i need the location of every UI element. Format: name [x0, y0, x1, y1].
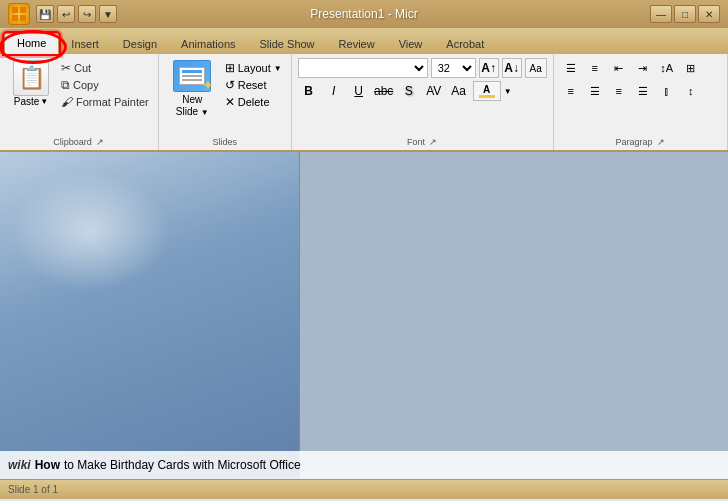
layout-icon: ⊞ — [225, 61, 235, 75]
svg-rect-3 — [20, 15, 26, 21]
reset-icon: ↺ — [225, 78, 235, 92]
app-logo — [8, 3, 30, 25]
tab-slideshow[interactable]: Slide Show — [248, 35, 327, 54]
redo-qs-button[interactable]: ↪ — [78, 5, 96, 23]
paste-dropdown-icon[interactable]: ▼ — [40, 97, 48, 106]
increase-indent-button[interactable]: ⇥ — [632, 58, 654, 78]
paste-icon: 📋 — [13, 60, 49, 96]
slides-group: ✦ NewSlide ▼ ⊞ Layout ▼ ↺ Reset ✕ Delete — [159, 54, 292, 150]
paragraph-row2: ≡ ☰ ≡ ☰ ⫿ ↕ — [560, 81, 702, 101]
layout-button[interactable]: ⊞ Layout ▼ — [222, 60, 285, 76]
slide-canvas-area — [300, 152, 728, 479]
decrease-indent-button[interactable]: ⇤ — [608, 58, 630, 78]
svg-rect-1 — [20, 7, 26, 13]
tab-insert[interactable]: Insert — [59, 35, 111, 54]
copy-button[interactable]: ⧉ Copy — [58, 77, 152, 93]
delete-icon: ✕ — [225, 95, 235, 109]
svg-rect-0 — [12, 7, 18, 13]
layout-dropdown-icon: ▼ — [274, 64, 282, 73]
tab-design[interactable]: Design — [111, 35, 169, 54]
save-qs-button[interactable]: 💾 — [36, 5, 54, 23]
font-color-dropdown[interactable]: ▼ — [504, 87, 512, 96]
align-right-button[interactable]: ≡ — [608, 81, 630, 101]
case-btn2[interactable]: Aa — [448, 81, 470, 101]
bold-button[interactable]: B — [298, 81, 320, 101]
justify-button[interactable]: ☰ — [632, 81, 654, 101]
svg-rect-2 — [12, 15, 18, 21]
status-text: Slide 1 of 1 — [8, 484, 58, 495]
close-button[interactable]: ✕ — [698, 5, 720, 23]
minimize-button[interactable]: — — [650, 5, 672, 23]
main-content: wiki How to Make Birthday Cards with Mic… — [0, 152, 728, 479]
slides-small-buttons: ⊞ Layout ▼ ↺ Reset ✕ Delete — [222, 60, 285, 110]
paste-label: Paste — [14, 96, 40, 107]
clipboard-small-buttons: ✂ Cut ⧉ Copy 🖌 Format Painter — [58, 60, 152, 110]
font-color-button[interactable]: A — [473, 81, 501, 101]
font-name-select[interactable] — [298, 58, 428, 78]
cut-button[interactable]: ✂ Cut — [58, 60, 152, 76]
font-group: 32 A↑ A↓ Aa B I U abc S AV Aa A ▼ — [292, 54, 554, 150]
dropdown-qs-button[interactable]: ▼ — [99, 5, 117, 23]
new-slide-button[interactable]: ✦ NewSlide ▼ — [165, 58, 220, 120]
paragraph-row1: ☰ ≡ ⇤ ⇥ ↕A ⊞ — [560, 58, 702, 78]
slide-thumbnail-panel — [0, 152, 300, 479]
clipboard-label: Clipboard ↗ — [0, 137, 158, 147]
tab-acrobat[interactable]: Acrobat — [434, 35, 496, 54]
strikethrough-button[interactable]: abc — [373, 81, 395, 101]
columns-button[interactable]: ⫿ — [656, 81, 678, 101]
watermark-bar: wiki How to Make Birthday Cards with Mic… — [0, 451, 728, 479]
font-color-bar — [479, 95, 495, 98]
align-left-button[interactable]: ≡ — [560, 81, 582, 101]
delete-button[interactable]: ✕ Delete — [222, 94, 285, 110]
font-row2: B I U abc S AV Aa A ▼ — [298, 81, 512, 101]
paragraph-label: Paragrap ↗ — [554, 137, 727, 147]
tab-home[interactable]: Home — [4, 33, 59, 54]
copy-icon: ⧉ — [61, 78, 70, 92]
font-label: Font ↗ — [292, 137, 553, 147]
reset-button[interactable]: ↺ Reset — [222, 77, 285, 93]
line-spacing-button[interactable]: ↕ — [680, 81, 702, 101]
convert-to-smartart-button[interactable]: ⊞ — [680, 58, 702, 78]
font-color-label: A — [483, 84, 490, 95]
font-size-select[interactable]: 32 — [431, 58, 476, 78]
maximize-button[interactable]: □ — [674, 5, 696, 23]
new-slide-icon: ✦ — [173, 60, 211, 92]
format-painter-button[interactable]: 🖌 Format Painter — [58, 94, 152, 110]
ribbon: 📋 Paste ▼ ✂ Cut ⧉ Copy 🖌 Format Painter — [0, 54, 728, 152]
undo-qs-button[interactable]: ↩ — [57, 5, 75, 23]
slides-label: Slides — [159, 137, 291, 147]
tab-review[interactable]: Review — [327, 35, 387, 54]
change-case-button[interactable]: Aa — [525, 58, 547, 78]
window-title: Presentation1 - Micr — [310, 7, 417, 21]
window-controls: — □ ✕ — [650, 5, 720, 23]
format-painter-icon: 🖌 — [61, 95, 73, 109]
title-bar: 💾 ↩ ↪ ▼ Presentation1 - Micr — □ ✕ — [0, 0, 728, 28]
text-direction-button[interactable]: ↕A — [656, 58, 678, 78]
cut-icon: ✂ — [61, 61, 71, 75]
bullets-button[interactable]: ☰ — [560, 58, 582, 78]
how-label: How — [35, 458, 60, 472]
clipboard-expand-icon[interactable]: ↗ — [96, 137, 104, 147]
paragraph-expand-icon[interactable]: ↗ — [657, 137, 665, 147]
status-bar: Slide 1 of 1 — [0, 479, 728, 499]
align-center-button[interactable]: ☰ — [584, 81, 606, 101]
quick-access-toolbar: 💾 ↩ ↪ ▼ — [36, 5, 117, 23]
decrease-font-button[interactable]: A↓ — [502, 58, 522, 78]
text-shadow-button[interactable]: S — [398, 81, 420, 101]
underline-button[interactable]: U — [348, 81, 370, 101]
font-row1: 32 A↑ A↓ Aa — [298, 58, 547, 78]
new-slide-star-icon: ✦ — [202, 77, 214, 93]
watermark-text: to Make Birthday Cards with Microsoft Of… — [64, 458, 301, 472]
font-expand-icon[interactable]: ↗ — [429, 137, 437, 147]
italic-button[interactable]: I — [323, 81, 345, 101]
ribbon-tabs: Home Insert Design Animations Slide Show… — [0, 28, 728, 54]
tab-view[interactable]: View — [387, 35, 435, 54]
paragraph-group: ☰ ≡ ⇤ ⇥ ↕A ⊞ ≡ ☰ ≡ ☰ ⫿ ↕ Paragrap ↗ — [554, 54, 728, 150]
paste-button[interactable]: 📋 Paste ▼ — [6, 58, 56, 109]
tab-animations[interactable]: Animations — [169, 35, 247, 54]
new-slide-label: NewSlide ▼ — [176, 94, 209, 118]
increase-font-button[interactable]: A↑ — [479, 58, 499, 78]
numbering-button[interactable]: ≡ — [584, 58, 606, 78]
clipboard-group: 📋 Paste ▼ ✂ Cut ⧉ Copy 🖌 Format Painter — [0, 54, 159, 150]
spacing-button[interactable]: AV — [423, 81, 445, 101]
